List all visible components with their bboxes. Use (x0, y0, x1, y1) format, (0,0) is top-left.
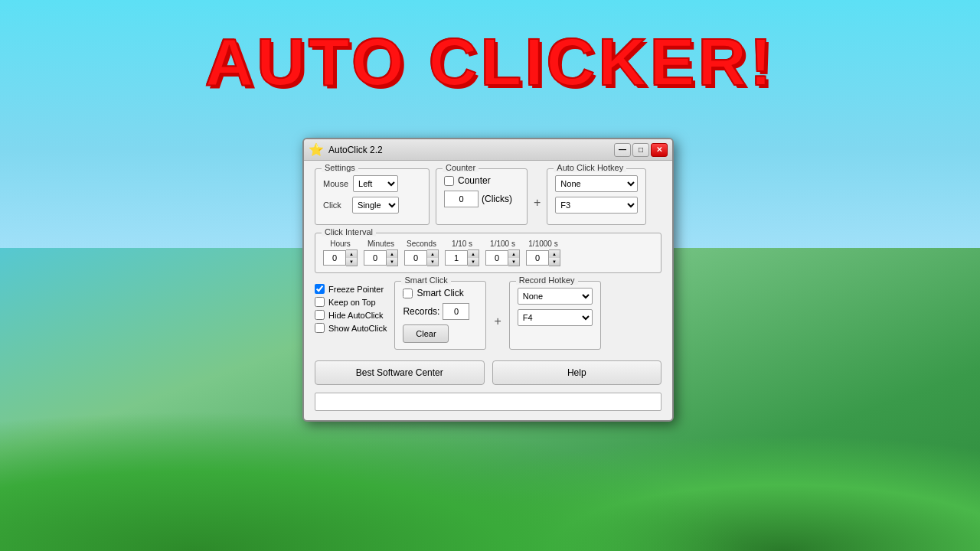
window-title: AutoClick 2.2 (328, 145, 609, 155)
titlebar: ⭐ AutoClick 2.2 — □ ✕ (304, 139, 672, 161)
help-button[interactable]: Help (492, 360, 662, 385)
clear-button[interactable]: Clear (403, 324, 449, 343)
settings-section: Settings Mouse Left Right Middle Click S… (315, 168, 430, 225)
smart-click-checkbox-label: Smart Click (416, 288, 463, 298)
hours-col: Hours ▲ ▼ (323, 240, 358, 266)
thousandth-col: 1/1000 s ▲ ▼ (526, 240, 560, 266)
counter-checkbox-row: Counter (444, 175, 519, 186)
plus-sign-2: + (494, 292, 501, 350)
hours-input[interactable] (323, 250, 346, 266)
counter-label: Counter (443, 163, 479, 172)
click-field-row: Click Single Double (323, 197, 421, 214)
auto-click-hotkey-section: Auto Click Hotkey NoneF1F2F3 F1F2F3F4 (547, 168, 646, 225)
hundredth-col: 1/100 s ▲ ▼ (485, 240, 520, 266)
autoclick-window: ⭐ AutoClick 2.2 — □ ✕ Settings Mouse Lef… (302, 138, 674, 422)
hours-down[interactable]: ▼ (346, 258, 357, 266)
hotkey-select-1[interactable]: NoneF1F2F3 (555, 175, 638, 192)
window-controls: — □ ✕ (614, 143, 668, 157)
seconds-label: Seconds (407, 240, 436, 248)
minutes-up[interactable]: ▲ (387, 250, 397, 258)
hours-label: Hours (330, 240, 351, 248)
seconds-down[interactable]: ▼ (427, 258, 438, 266)
minimize-button[interactable]: — (614, 143, 631, 157)
records-input[interactable] (443, 303, 469, 320)
star-icon: ⭐ (309, 142, 324, 157)
thousandth-label: 1/1000 s (528, 240, 557, 248)
keep-on-top-label: Keep on Top (328, 298, 376, 307)
show-autoclick-checkbox[interactable] (315, 323, 325, 333)
smart-click-checkbox[interactable] (403, 289, 413, 298)
counter-section: Counter Counter (Clicks) (436, 168, 528, 225)
mouse-label: Mouse (323, 179, 348, 188)
thousandth-input[interactable] (526, 250, 549, 266)
click-interval-section: Click Interval Hours ▲ ▼ Minutes (315, 233, 662, 273)
auto-click-hotkey-label: Auto Click Hotkey (554, 163, 626, 172)
minutes-col: Minutes ▲ ▼ (364, 240, 398, 266)
hundredth-input[interactable] (485, 250, 508, 266)
hours-up[interactable]: ▲ (346, 250, 357, 258)
interval-fields: Hours ▲ ▼ Minutes ▲ (323, 240, 653, 266)
thousandth-up[interactable]: ▲ (549, 250, 560, 258)
restore-button[interactable]: □ (632, 143, 649, 157)
hide-autoclick-row: Hide AutoClick (315, 310, 387, 320)
checkboxes-group: Freeze Pointer Keep on Top Hide AutoClic… (315, 281, 387, 350)
freeze-pointer-row: Freeze Pointer (315, 284, 387, 294)
hundredth-down[interactable]: ▼ (508, 258, 519, 266)
show-autoclick-label: Show AutoClick (328, 324, 387, 333)
keep-on-top-checkbox[interactable] (315, 297, 325, 307)
window-body: Settings Mouse Left Right Middle Click S… (304, 161, 672, 420)
minutes-down[interactable]: ▼ (387, 258, 397, 266)
tenth-up[interactable]: ▲ (468, 250, 479, 258)
seconds-col: Seconds ▲ ▼ (404, 240, 439, 266)
tenth-col: 1/10 s ▲ ▼ (445, 240, 479, 266)
thousandth-down[interactable]: ▼ (549, 258, 560, 266)
click-interval-label: Click Interval (322, 227, 376, 236)
click-label: Click (323, 201, 348, 210)
plus-sign-1: + (534, 180, 541, 225)
settings-label: Settings (322, 163, 358, 172)
smart-click-section: Smart Click Smart Click Records: Clear (394, 281, 486, 350)
record-hotkey-section: Record Hotkey NoneF1F2F3 F1F2F3F4 (509, 281, 601, 350)
records-label: Records: (403, 306, 439, 317)
hide-autoclick-label: Hide AutoClick (328, 311, 384, 320)
tenth-label: 1/10 s (452, 240, 472, 248)
minutes-input[interactable] (364, 250, 387, 266)
tenth-input[interactable] (445, 250, 468, 266)
seconds-up[interactable]: ▲ (427, 250, 438, 258)
minutes-label: Minutes (368, 240, 394, 248)
counter-checkbox-label: Counter (458, 175, 491, 186)
counter-checkbox[interactable] (444, 176, 454, 186)
top-sections: Settings Mouse Left Right Middle Click S… (315, 168, 662, 225)
mouse-field-row: Mouse Left Right Middle (323, 175, 421, 192)
hundredth-label: 1/100 s (490, 240, 515, 248)
bottom-row: Freeze Pointer Keep on Top Hide AutoClic… (315, 281, 662, 350)
hide-autoclick-checkbox[interactable] (315, 310, 325, 320)
best-software-button[interactable]: Best Software Center (315, 360, 485, 385)
seconds-input[interactable] (404, 250, 427, 266)
show-autoclick-row: Show AutoClick (315, 323, 387, 333)
keep-on-top-row: Keep on Top (315, 297, 387, 307)
record-hotkey-select-2[interactable]: F1F2F3F4 (518, 309, 593, 326)
page-title: AUTO CLICKER! (0, 23, 980, 101)
close-button[interactable]: ✕ (651, 143, 668, 157)
smart-click-checkbox-row: Smart Click (403, 288, 478, 298)
smart-click-label: Smart Click (401, 276, 450, 285)
freeze-pointer-checkbox[interactable] (315, 284, 325, 294)
records-row: Records: (403, 303, 478, 320)
hundredth-up[interactable]: ▲ (508, 250, 519, 258)
record-hotkey-select-1[interactable]: NoneF1F2F3 (518, 288, 593, 305)
mouse-select[interactable]: Left Right Middle (353, 175, 398, 192)
counter-input-row: (Clicks) (444, 191, 519, 207)
hotkey-select-2[interactable]: F1F2F3F4 (555, 197, 638, 214)
tenth-down[interactable]: ▼ (468, 258, 479, 266)
click-select[interactable]: Single Double (352, 197, 399, 214)
freeze-pointer-label: Freeze Pointer (328, 285, 384, 294)
status-bar (315, 393, 662, 411)
record-hotkey-label: Record Hotkey (516, 276, 578, 285)
counter-input[interactable] (444, 191, 479, 207)
action-buttons: Best Software Center Help (315, 360, 662, 385)
clicks-unit: (Clicks) (482, 194, 512, 204)
